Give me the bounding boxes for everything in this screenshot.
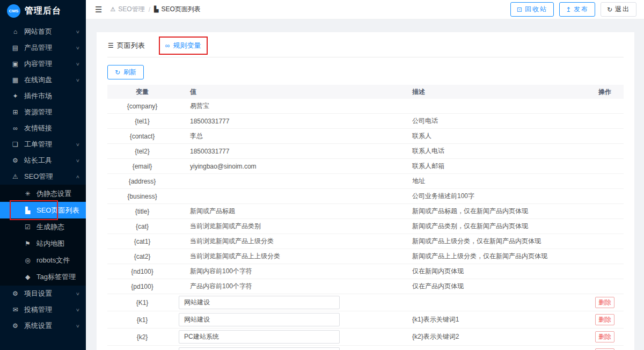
description-cell	[399, 99, 586, 114]
table-row: {title}新闻或产品标题新闻或产品标题，仅在新闻产品内页体现	[107, 204, 624, 219]
keyword-input[interactable]	[179, 347, 340, 350]
recycle-bin-button[interactable]: ⊡ 回收站	[510, 2, 554, 17]
sidebar-item-friendly-links[interactable]: ∞友情链接	[0, 120, 86, 136]
operation-cell	[586, 234, 624, 249]
publish-button[interactable]: ↥ 发布	[559, 2, 595, 17]
keyword-input[interactable]	[179, 330, 340, 344]
mail-icon: ✉	[11, 306, 19, 313]
value-cell: 当前浏览新闻或产品上级分类	[177, 234, 399, 249]
sidebar-item-webmaster-tools[interactable]: ⚙站长工具∨	[0, 152, 86, 169]
logo: CMS 管理后台	[0, 0, 86, 21]
sidebar-item-label: robots文件	[36, 256, 79, 265]
description-cell: 新闻或产品上上级分类，仅在新闻产品内页体现	[399, 249, 586, 264]
sidebar-item-product-management[interactable]: ▤产品管理∨	[0, 40, 86, 56]
breadcrumb-label: SEO管理	[118, 5, 144, 14]
app-root: CMS 管理后台 ⌂网站首页∨▤产品管理∨▣内容管理∨▦在线询盘∨✦插件市场⊞资…	[0, 0, 644, 350]
tab-page-list[interactable]: ☰ 页面列表	[107, 37, 145, 57]
resource-icon: ⊞	[11, 108, 19, 116]
logout-button[interactable]: ↻ 退出	[601, 2, 636, 17]
variable-cell: {contact}	[107, 129, 177, 144]
table-row: {contact}李总联系人	[107, 129, 624, 144]
description-cell: 新闻或产品上级分类，仅在新闻产品内页体现	[399, 234, 586, 249]
sidebar-item-label: 站长工具	[24, 156, 76, 165]
delete-button[interactable]: 删除	[595, 297, 614, 308]
inquiry-grid-icon: ▦	[11, 76, 19, 84]
chevron-down-icon: ∨	[76, 324, 80, 329]
variable-cell: {cat2}	[107, 249, 177, 264]
recycle-bin-label: 回收站	[525, 5, 547, 14]
refresh-button[interactable]: ↻ 刷新	[107, 65, 144, 79]
sidebar-item-seo-page-list[interactable]: ▙SEO页面列表	[0, 202, 86, 218]
sidebar-item-resource-management[interactable]: ⊞资源管理	[0, 104, 86, 120]
sidebar-item-label: 站内地图	[36, 239, 79, 249]
sidebar-item-label: Tag标签管理	[36, 272, 79, 282]
sidebar-item-pseudo-static-settings[interactable]: ✳伪静态设置	[0, 185, 86, 202]
value-cell: 18500331777	[177, 114, 399, 129]
sidebar-item-submission-management[interactable]: ✉投稿管理∨	[0, 302, 86, 318]
operation-cell: 删除	[586, 346, 624, 350]
sidebar-item-site-map[interactable]: ⚑站内地图	[0, 235, 86, 252]
breadcrumb: ⚠ SEO管理 / ▙ SEO页面列表	[110, 5, 200, 14]
breadcrumb-seo-page-list: ▙ SEO页面列表	[154, 5, 201, 14]
sidebar-item-label: 伪静态设置	[36, 189, 79, 199]
keyword-input[interactable]	[179, 296, 340, 309]
chevron-down-icon: ∨	[76, 46, 80, 50]
keyword-input[interactable]	[179, 313, 340, 326]
chevron-down-icon: ∨	[76, 78, 80, 83]
operation-cell	[586, 204, 624, 219]
tab-rule-variables[interactable]: ∞ 规则变量	[165, 37, 202, 57]
sidebar-item-work-orders[interactable]: ❏工单管理∨	[0, 136, 86, 152]
value-cell	[177, 174, 399, 189]
variable-cell: {title}	[107, 204, 177, 219]
sidebar-item-home[interactable]: ⌂网站首页∨	[0, 24, 86, 40]
delete-button[interactable]: 删除	[595, 331, 614, 342]
plugin-icon: ✦	[11, 92, 19, 100]
description-cell: 公司电话	[399, 114, 586, 129]
refresh-label: 刷新	[123, 68, 136, 77]
column-header-operation: 操作	[586, 85, 624, 99]
collapse-sidebar-icon[interactable]: ☰	[95, 5, 102, 14]
table-row: {tel1}18500331777公司电话	[107, 114, 624, 129]
variable-cell: {cat1}	[107, 234, 177, 249]
sidebar-item-seo-management[interactable]: ⚠SEO管理∧	[0, 169, 86, 185]
sidebar-item-tag-management[interactable]: ◆Tag标签管理	[0, 268, 86, 285]
tab-label: 页面列表	[117, 41, 145, 50]
variables-table: 变量 值 描述 操作 {company}易营宝{tel1}18500331777…	[107, 85, 624, 350]
sidebar-item-content-management[interactable]: ▣内容管理∨	[0, 56, 86, 72]
table-row: {k1}{k1}表示关键词1删除	[107, 311, 624, 329]
sidebar-submenu-seo-management: ✳伪静态设置▙SEO页面列表☑生成静态⚑站内地图◎robots文件◆Tag标签管…	[0, 185, 86, 286]
description-cell: 联系人邮箱	[399, 159, 586, 174]
warning-triangle-icon: ⚠	[11, 173, 19, 180]
table-row: {cat}当前浏览新闻或产品类别新闻或产品类别，仅在新闻产品内页体现	[107, 219, 624, 234]
operation-cell	[586, 189, 624, 204]
description-cell: {k1}表示关键词1	[399, 311, 586, 329]
content-icon: ▣	[11, 60, 19, 68]
gear-icon: ⚙	[11, 322, 19, 330]
sidebar-item-online-inquiry[interactable]: ▦在线询盘∨	[0, 72, 86, 88]
description-cell: 联系人	[399, 129, 586, 144]
tab-label: 规则变量	[173, 41, 201, 50]
robots-icon: ◎	[24, 257, 32, 264]
breadcrumb-seo-management[interactable]: ⚠ SEO管理	[110, 5, 144, 14]
sidebar-item-project-settings[interactable]: ⚙项目设置∨	[0, 286, 86, 302]
column-header-variable: 变量	[107, 85, 177, 99]
publish-label: 发布	[574, 5, 589, 14]
description-cell: 地址	[399, 174, 586, 189]
checkbox-icon: ☑	[24, 223, 32, 231]
sidebar-item-label: 系统设置	[24, 321, 76, 331]
sidebar-item-label: 网站首页	[24, 27, 76, 37]
content-card: ☰ 页面列表 ∞ 规则变量 ↻ 刷新	[97, 32, 634, 350]
sidebar-item-system-settings[interactable]: ⚙系统设置∨	[0, 318, 86, 334]
operation-cell	[586, 159, 624, 174]
table-row: {business}公司业务描述前100字	[107, 189, 624, 204]
delete-button[interactable]: 删除	[595, 314, 614, 325]
sidebar-item-generate-static[interactable]: ☑生成静态	[0, 218, 86, 235]
variable-cell: {k1}	[107, 311, 177, 329]
chevron-down-icon: ∨	[76, 158, 80, 163]
sidebar-item-robots-file[interactable]: ◎robots文件	[0, 252, 86, 268]
logout-icon: ↻	[607, 6, 612, 13]
variable-cell: {business}	[107, 189, 177, 204]
operation-cell	[586, 279, 624, 294]
settings-flower-icon: ✳	[24, 190, 32, 198]
sidebar-item-plugin-market[interactable]: ✦插件市场	[0, 88, 86, 104]
